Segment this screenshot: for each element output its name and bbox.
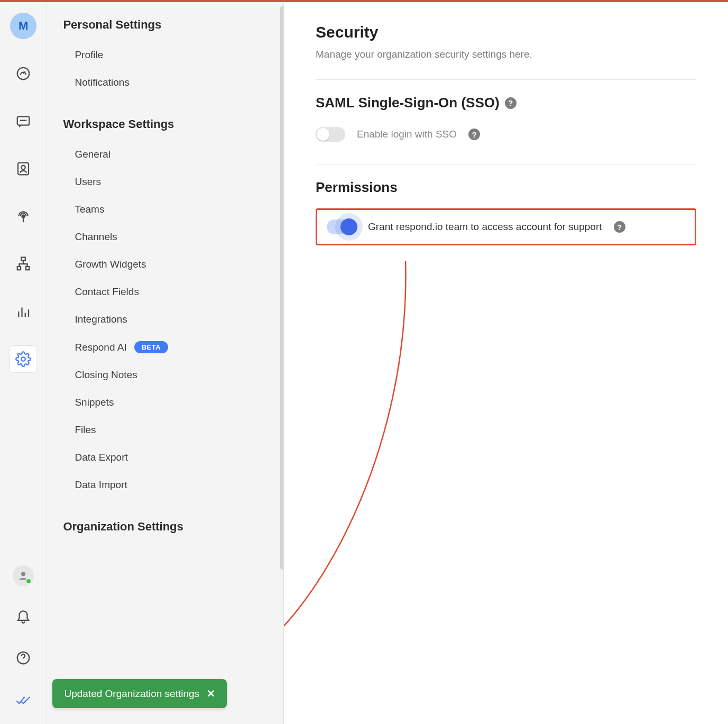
app-root: M <box>0 0 728 724</box>
page-title: Security <box>316 23 696 41</box>
sidebar-item-contact-fields[interactable]: Contact Fields <box>63 278 268 306</box>
help-circle-icon[interactable] <box>10 645 36 671</box>
sidebar-item-users[interactable]: Users <box>63 168 268 196</box>
sso-toggle[interactable] <box>316 127 345 142</box>
beta-badge: BETA <box>134 341 168 353</box>
icon-rail: M <box>0 2 47 724</box>
svg-rect-10 <box>26 267 29 270</box>
sso-heading: SAML Single-Sign-On (SSO) ? <box>316 95 696 111</box>
reports-icon[interactable] <box>10 298 36 325</box>
workflow-icon[interactable] <box>10 251 36 277</box>
permissions-highlight: Grant respond.io team to access account … <box>316 208 696 245</box>
double-check-icon[interactable] <box>10 687 36 713</box>
help-icon[interactable]: ? <box>614 221 625 233</box>
help-icon[interactable]: ? <box>505 97 517 109</box>
inbox-icon[interactable] <box>10 108 36 134</box>
sidebar-item-integrations[interactable]: Integrations <box>63 306 268 333</box>
svg-point-6 <box>22 215 25 218</box>
sidebar-item-closing-notes[interactable]: Closing Notes <box>63 361 268 389</box>
sidebar-scrollbar[interactable] <box>280 2 284 724</box>
svg-rect-4 <box>18 163 29 175</box>
workspace-avatar[interactable]: M <box>10 13 36 39</box>
sso-toggle-row: Enable login with SSO ? <box>316 124 696 145</box>
sidebar-item-channels[interactable]: Channels <box>63 223 268 251</box>
sidebar-item-snippets[interactable]: Snippets <box>63 389 268 416</box>
support-access-toggle[interactable] <box>327 219 356 234</box>
svg-rect-9 <box>17 267 21 270</box>
sidebar-item-profile[interactable]: Profile <box>63 41 268 69</box>
sidebar-group-title: Organization Settings <box>63 520 268 534</box>
sidebar-item-data-export[interactable]: Data Export <box>63 444 268 471</box>
sidebar-group-organization: Organization Settings <box>63 520 268 534</box>
divider <box>316 164 696 164</box>
support-access-label: Grant respond.io team to access account … <box>368 221 602 233</box>
divider <box>316 79 696 80</box>
permissions-heading: Permissions <box>316 179 696 196</box>
page-description: Manage your organization security settin… <box>316 49 696 60</box>
notifications-bell-icon[interactable] <box>10 602 36 629</box>
help-icon[interactable]: ? <box>468 129 480 140</box>
settings-sidebar: Personal Settings Profile Notifications … <box>47 2 284 724</box>
main-content: Security Manage your organization securi… <box>284 2 728 724</box>
sidebar-item-data-import[interactable]: Data Import <box>63 471 268 499</box>
sidebar-group-title: Personal Settings <box>63 18 268 32</box>
svg-point-16 <box>22 572 25 576</box>
sidebar-item-general[interactable]: General <box>63 141 268 168</box>
sidebar-item-growth-widgets[interactable]: Growth Widgets <box>63 251 268 278</box>
svg-point-5 <box>21 166 25 170</box>
sidebar-group-personal: Personal Settings Profile Notifications <box>63 18 268 96</box>
svg-rect-8 <box>21 258 25 261</box>
contacts-icon[interactable] <box>10 155 36 182</box>
sidebar-item-respond-ai[interactable]: Respond AI BETA <box>63 333 268 361</box>
svg-point-15 <box>21 357 25 361</box>
broadcast-icon[interactable] <box>10 203 36 230</box>
sidebar-group-title: Workspace Settings <box>63 117 268 131</box>
online-status-dot <box>25 578 32 584</box>
sso-toggle-label: Enable login with SSO <box>357 129 457 140</box>
dashboard-icon[interactable] <box>10 60 36 87</box>
sidebar-item-teams[interactable]: Teams <box>63 196 268 223</box>
toast-close-icon[interactable]: ✕ <box>207 688 215 700</box>
user-presence[interactable] <box>13 565 34 586</box>
sidebar-group-workspace: Workspace Settings General Users Teams C… <box>63 117 268 499</box>
sidebar-item-notifications[interactable]: Notifications <box>63 69 268 96</box>
permissions-toggle-row: Grant respond.io team to access account … <box>327 216 685 237</box>
toast-text: Updated Organization settings <box>64 688 199 700</box>
settings-icon[interactable] <box>10 346 36 372</box>
toast-success: Updated Organization settings ✕ <box>52 679 227 708</box>
sidebar-item-files[interactable]: Files <box>63 416 268 444</box>
workspace-avatar-letter: M <box>19 19 28 33</box>
